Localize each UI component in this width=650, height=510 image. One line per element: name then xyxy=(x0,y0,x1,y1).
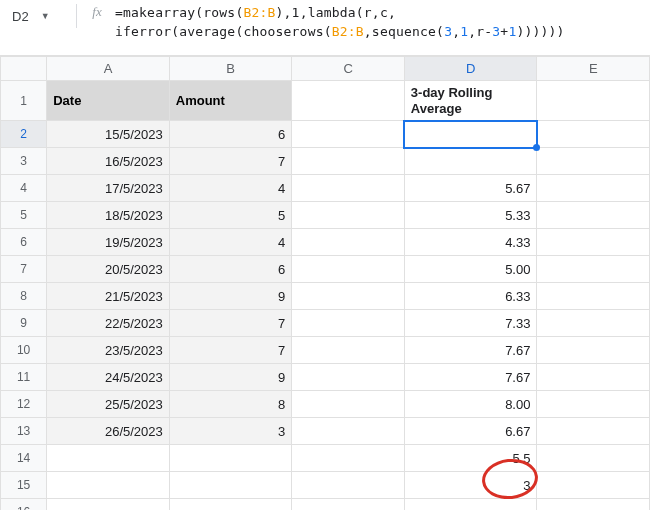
row-head[interactable]: 1 xyxy=(1,81,47,121)
row-head[interactable]: 6 xyxy=(1,229,47,256)
cell[interactable]: 4 xyxy=(169,229,292,256)
cell[interactable] xyxy=(292,337,405,364)
cell[interactable]: 5.5 xyxy=(404,445,537,472)
cell[interactable]: 5.67 xyxy=(404,175,537,202)
cell[interactable] xyxy=(292,391,405,418)
cell[interactable]: 9 xyxy=(169,364,292,391)
cell[interactable]: 6.67 xyxy=(404,418,537,445)
cell[interactable] xyxy=(47,472,170,499)
cell[interactable] xyxy=(537,175,650,202)
cell[interactable]: 16/5/2023 xyxy=(47,148,170,175)
cell[interactable] xyxy=(292,499,405,511)
row-head[interactable]: 2 xyxy=(1,121,47,148)
cell[interactable] xyxy=(169,472,292,499)
cell[interactable] xyxy=(47,445,170,472)
cell[interactable] xyxy=(537,499,650,511)
cell[interactable]: 7.67 xyxy=(404,337,537,364)
cell[interactable]: 5 xyxy=(169,202,292,229)
cell[interactable] xyxy=(537,472,650,499)
cell[interactable]: 22/5/2023 xyxy=(47,310,170,337)
row-head[interactable]: 13 xyxy=(1,418,47,445)
cell[interactable]: 8.00 xyxy=(404,391,537,418)
cell[interactable] xyxy=(537,364,650,391)
formula-line-1[interactable]: =makearray(rows(B2:B),1,lambda(r,c, xyxy=(115,5,396,20)
cell[interactable] xyxy=(292,175,405,202)
cell[interactable] xyxy=(537,202,650,229)
cell[interactable]: 21/5/2023 xyxy=(47,283,170,310)
cell[interactable] xyxy=(292,229,405,256)
spreadsheet-grid[interactable]: A B C D E 1 Date Amount 3-day Rolling Av… xyxy=(0,56,650,510)
cell[interactable]: 24/5/2023 xyxy=(47,364,170,391)
cell[interactable] xyxy=(537,310,650,337)
cell[interactable]: 7 xyxy=(169,310,292,337)
cell[interactable]: 7.33 xyxy=(404,310,537,337)
cell[interactable]: 3 xyxy=(169,418,292,445)
row-head[interactable]: 16 xyxy=(1,499,47,511)
name-box[interactable]: D2 ▼ xyxy=(8,4,68,28)
select-all-corner[interactable] xyxy=(1,57,47,81)
cell[interactable] xyxy=(292,445,405,472)
col-head-C[interactable]: C xyxy=(292,57,405,81)
col-head-E[interactable]: E xyxy=(537,57,650,81)
row-head[interactable]: 12 xyxy=(1,391,47,418)
cell[interactable]: 23/5/2023 xyxy=(47,337,170,364)
cell[interactable] xyxy=(537,283,650,310)
row-head[interactable]: 14 xyxy=(1,445,47,472)
cell[interactable]: 26/5/2023 xyxy=(47,418,170,445)
formula-line-2[interactable]: iferror(average(chooserows(B2:B,sequence… xyxy=(115,24,565,39)
cell[interactable] xyxy=(537,391,650,418)
cell[interactable]: 4.33 xyxy=(404,229,537,256)
cell[interactable]: Date xyxy=(47,81,170,121)
col-head-B[interactable]: B xyxy=(169,57,292,81)
cell[interactable]: 25/5/2023 xyxy=(47,391,170,418)
cell[interactable]: 6 xyxy=(169,121,292,148)
cell[interactable]: 17/5/2023 xyxy=(47,175,170,202)
cell[interactable] xyxy=(292,472,405,499)
row-head[interactable]: 15 xyxy=(1,472,47,499)
cell[interactable] xyxy=(292,202,405,229)
cell[interactable] xyxy=(169,445,292,472)
cell[interactable] xyxy=(537,229,650,256)
cell[interactable] xyxy=(537,121,650,148)
cell[interactable] xyxy=(292,81,405,121)
row-head[interactable]: 5 xyxy=(1,202,47,229)
row-head[interactable]: 7 xyxy=(1,256,47,283)
cell[interactable]: 6.33 xyxy=(404,283,537,310)
cell[interactable]: 18/5/2023 xyxy=(47,202,170,229)
cell[interactable]: 19/5/2023 xyxy=(47,229,170,256)
cell[interactable]: 3-day Rolling Average xyxy=(404,81,537,121)
cell[interactable] xyxy=(292,256,405,283)
cell[interactable] xyxy=(404,148,537,175)
cell[interactable]: 8 xyxy=(169,391,292,418)
row-head[interactable]: 8 xyxy=(1,283,47,310)
cell[interactable] xyxy=(292,283,405,310)
cell[interactable]: 3 xyxy=(404,472,537,499)
cell[interactable] xyxy=(169,499,292,511)
col-head-D[interactable]: D xyxy=(404,57,537,81)
cell[interactable] xyxy=(537,256,650,283)
cell[interactable] xyxy=(404,499,537,511)
name-box-dropdown-icon[interactable]: ▼ xyxy=(41,11,50,21)
cell[interactable] xyxy=(292,418,405,445)
cell[interactable]: Amount xyxy=(169,81,292,121)
row-head[interactable]: 11 xyxy=(1,364,47,391)
cell[interactable]: 5.33 xyxy=(404,202,537,229)
row-head[interactable]: 4 xyxy=(1,175,47,202)
col-head-A[interactable]: A xyxy=(47,57,170,81)
cell[interactable] xyxy=(292,364,405,391)
cell[interactable]: 4 xyxy=(169,175,292,202)
cell[interactable] xyxy=(537,81,650,121)
cell[interactable] xyxy=(537,148,650,175)
cell[interactable] xyxy=(292,310,405,337)
cell[interactable]: 7 xyxy=(169,337,292,364)
cell[interactable]: 7.67 xyxy=(404,364,537,391)
row-head[interactable]: 10 xyxy=(1,337,47,364)
cell[interactable] xyxy=(292,148,405,175)
row-head[interactable]: 3 xyxy=(1,148,47,175)
row-head[interactable]: 9 xyxy=(1,310,47,337)
cell[interactable]: 9 xyxy=(169,283,292,310)
cell[interactable] xyxy=(537,337,650,364)
cell[interactable]: 5.00 xyxy=(404,256,537,283)
cell[interactable]: 20/5/2023 xyxy=(47,256,170,283)
cell[interactable]: 15/5/2023 xyxy=(47,121,170,148)
